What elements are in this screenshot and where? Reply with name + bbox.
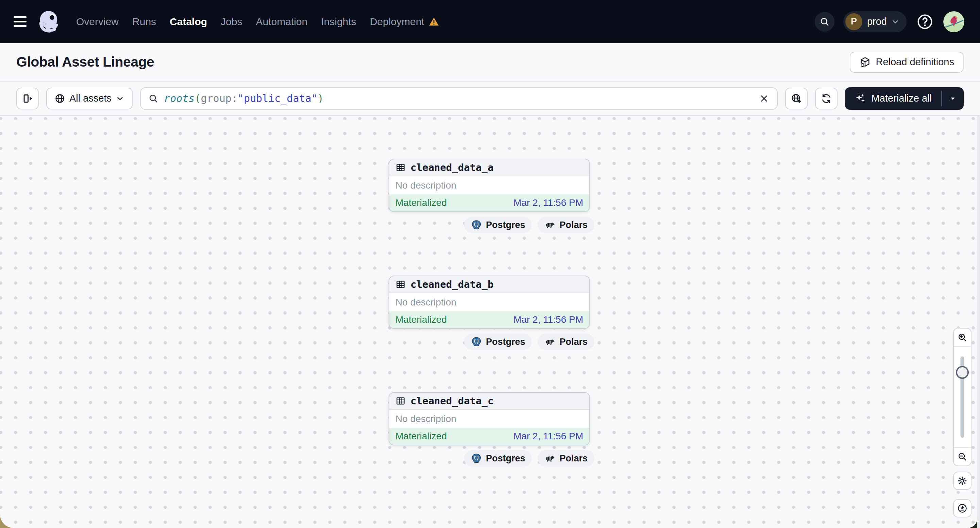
- refresh-button[interactable]: [815, 88, 837, 109]
- asset-name: cleaned_data_c: [410, 395, 493, 407]
- graph-settings-button[interactable]: [953, 472, 972, 490]
- zoom-slider[interactable]: [954, 347, 971, 447]
- asset-description: No description: [396, 414, 457, 424]
- lineage-toolbar: All assets roots(group:"public_data"): [0, 82, 980, 116]
- tag-postgres[interactable]: Postgres: [464, 334, 532, 350]
- asset-node-cleaned-data-a: cleaned_data_a No description Materializ…: [389, 159, 590, 212]
- download-image-button[interactable]: [953, 499, 972, 517]
- tag-polars[interactable]: Polars: [538, 450, 594, 466]
- query-value: "public_data": [238, 92, 318, 104]
- search-icon: [819, 17, 830, 27]
- gear-icon: [957, 475, 968, 486]
- asset-card[interactable]: cleaned_data_b No description Materializ…: [389, 276, 590, 329]
- close-icon: [759, 94, 769, 104]
- tag-label: Polars: [559, 337, 588, 347]
- clear-query-button[interactable]: [755, 90, 773, 107]
- environment-name: prod: [867, 16, 887, 27]
- polars-bear-icon: [544, 219, 555, 230]
- asset-tags: Postgres Polars: [464, 217, 594, 233]
- package-reload-icon: [859, 56, 871, 68]
- zoom-controls: [953, 328, 972, 466]
- caret-down-icon: [948, 94, 957, 103]
- user-avatar[interactable]: [943, 11, 964, 32]
- help-button[interactable]: [915, 12, 934, 31]
- zoom-out-icon: [957, 452, 967, 462]
- vertical-scrollbar[interactable]: [977, 116, 980, 528]
- query-colon: :: [232, 92, 238, 104]
- asset-tags: Postgres Polars: [464, 334, 594, 350]
- asset-node-cleaned-data-b: cleaned_data_b No description Materializ…: [389, 276, 590, 329]
- lineage-graph-canvas[interactable]: cleaned_data_a No description Materializ…: [0, 116, 980, 528]
- globe-add-icon: [791, 93, 802, 104]
- tag-label: Postgres: [486, 220, 525, 230]
- nav-item-insights[interactable]: Insights: [321, 16, 356, 27]
- status-badge: Materialized: [396, 197, 447, 208]
- environment-switcher[interactable]: P prod: [843, 11, 907, 32]
- tag-polars[interactable]: Polars: [538, 217, 594, 233]
- asset-selection-query: roots(group:"public_data"): [164, 92, 750, 104]
- search-icon: [148, 94, 159, 104]
- materialization-timestamp[interactable]: Mar 2, 11:56 PM: [514, 197, 583, 208]
- tag-postgres[interactable]: Postgres: [464, 450, 532, 466]
- nav-item-deployment[interactable]: Deployment: [370, 16, 439, 27]
- dagster-octopus-logo[interactable]: [36, 9, 62, 35]
- asset-node-cleaned-data-c: cleaned_data_c No description Materializ…: [389, 392, 590, 446]
- table-grid-icon: [396, 279, 406, 290]
- query-function: roots: [164, 92, 194, 104]
- page-title: Global Asset Lineage: [16, 54, 154, 70]
- open-sidebar-button[interactable]: [16, 88, 39, 109]
- nav-item-catalog[interactable]: Catalog: [170, 16, 207, 27]
- canvas-corner-bottom-left: [0, 501, 27, 528]
- tag-label: Polars: [559, 453, 588, 464]
- refresh-icon: [821, 93, 832, 104]
- asset-card[interactable]: cleaned_data_a No description Materializ…: [389, 159, 590, 212]
- primary-nav: Overview Runs Catalog Jobs Automation In…: [76, 16, 439, 27]
- tag-label: Polars: [559, 220, 588, 230]
- top-nav: Overview Runs Catalog Jobs Automation In…: [0, 0, 980, 43]
- asset-scope-dropdown[interactable]: All assets: [46, 88, 133, 109]
- asset-card[interactable]: cleaned_data_c No description Materializ…: [389, 392, 590, 446]
- chevron-down-icon: [116, 94, 124, 103]
- panel-toggle-icon: [22, 93, 33, 104]
- tag-postgres[interactable]: Postgres: [464, 217, 532, 233]
- zoom-slider-thumb[interactable]: [956, 366, 969, 379]
- nav-item-automation[interactable]: Automation: [256, 16, 307, 27]
- postgres-elephant-icon: [471, 336, 482, 347]
- warning-triangle-icon: [428, 16, 439, 27]
- materialize-all-button[interactable]: Materialize all: [845, 87, 941, 110]
- asset-selection-input[interactable]: roots(group:"public_data"): [140, 87, 778, 110]
- materialize-options-button[interactable]: [942, 87, 964, 110]
- asset-tags: Postgres Polars: [464, 450, 594, 466]
- asset-description: No description: [396, 297, 457, 308]
- globe-icon: [54, 93, 65, 104]
- zoom-in-icon: [957, 332, 967, 342]
- reload-definitions-button[interactable]: Reload definitions: [850, 52, 964, 73]
- asset-name: cleaned_data_a: [410, 162, 493, 173]
- postgres-elephant-icon: [471, 219, 482, 230]
- reload-definitions-label: Reload definitions: [876, 56, 954, 68]
- nav-item-jobs[interactable]: Jobs: [221, 16, 242, 27]
- table-grid-icon: [396, 396, 406, 406]
- zoom-in-button[interactable]: [954, 328, 971, 347]
- status-badge: Materialized: [396, 314, 447, 325]
- download-icon: [957, 503, 968, 514]
- polars-bear-icon: [544, 336, 555, 347]
- nav-item-runs[interactable]: Runs: [132, 16, 156, 27]
- tag-label: Postgres: [486, 337, 525, 347]
- view-full-graph-button[interactable]: [785, 88, 808, 109]
- zoom-out-button[interactable]: [954, 447, 971, 466]
- table-grid-icon: [396, 162, 406, 173]
- tag-polars[interactable]: Polars: [538, 334, 594, 350]
- chevron-down-icon: [891, 17, 900, 26]
- postgres-elephant-icon: [471, 453, 482, 464]
- help-icon: [916, 13, 934, 30]
- environment-avatar: P: [845, 13, 862, 30]
- asset-name: cleaned_data_b: [410, 279, 493, 290]
- materialize-all-split-button: Materialize all: [845, 87, 964, 110]
- nav-item-overview[interactable]: Overview: [76, 16, 119, 27]
- materialization-timestamp[interactable]: Mar 2, 11:56 PM: [514, 314, 583, 325]
- menu-icon[interactable]: [14, 16, 27, 27]
- global-search-button[interactable]: [815, 12, 834, 32]
- materialization-timestamp[interactable]: Mar 2, 11:56 PM: [514, 431, 583, 442]
- asset-scope-label: All assets: [69, 93, 111, 104]
